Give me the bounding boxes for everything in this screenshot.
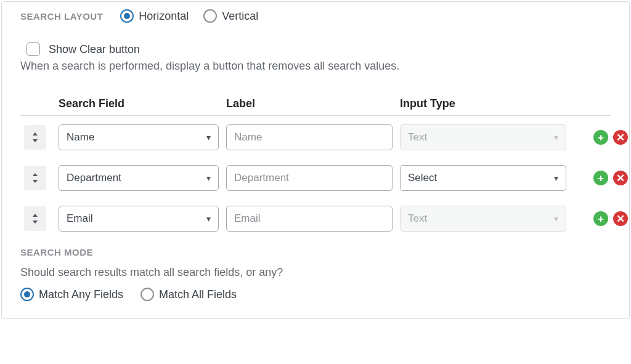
add-row-button[interactable]: + [593, 171, 608, 185]
radio-label: Horizontal [139, 10, 189, 23]
select-value: Text [408, 212, 427, 225]
search-field-select[interactable]: Name ▾ [59, 124, 219, 150]
th-search-field: Search Field [59, 97, 219, 110]
radio-icon [203, 9, 217, 23]
clear-button-section: Show Clear button When a search is perfo… [20, 42, 611, 73]
mode-radio-all[interactable]: Match All Fields [140, 288, 237, 301]
drag-handle[interactable] [24, 206, 46, 231]
label-input[interactable] [226, 124, 393, 150]
radio-label: Match Any Fields [39, 288, 123, 301]
remove-row-button[interactable]: ✕ [613, 130, 628, 145]
chevron-down-icon: ▾ [554, 132, 558, 142]
search-layout-row: Search Layout Horizontal Vertical [20, 7, 611, 25]
plus-icon: + [598, 214, 604, 224]
layout-radio-horizontal[interactable]: Horizontal [120, 9, 189, 23]
chevron-down-icon: ▾ [554, 214, 558, 224]
radio-label: Vertical [222, 10, 258, 23]
input-type-select: Text ▾ [400, 206, 566, 232]
mode-radio-any[interactable]: Match Any Fields [20, 288, 123, 301]
search-mode-radio-group: Match Any Fields Match All Fields [20, 288, 611, 301]
plus-icon: + [598, 173, 604, 184]
label-input-field[interactable] [234, 131, 385, 144]
table-header: Search Field Label Input Type [20, 97, 611, 116]
chevron-down-icon: ▾ [206, 132, 211, 142]
search-mode-label: Search Mode [20, 247, 93, 257]
radio-icon [140, 288, 154, 301]
add-row-button[interactable]: + [593, 211, 608, 226]
label-input-field[interactable] [234, 212, 385, 225]
remove-row-button[interactable]: ✕ [613, 171, 628, 185]
close-icon: ✕ [616, 173, 625, 184]
close-icon: ✕ [616, 214, 625, 224]
select-value: Department [67, 172, 121, 184]
sort-icon [31, 132, 39, 142]
sort-icon [31, 173, 39, 183]
close-icon: ✕ [616, 132, 625, 143]
table-row: Department ▾ Select ▾ + ✕ [20, 165, 611, 191]
radio-label: Match All Fields [159, 288, 237, 301]
search-field-select[interactable]: Department ▾ [59, 165, 219, 191]
chevron-down-icon: ▾ [206, 173, 211, 183]
search-layout-radio-group: Horizontal Vertical [120, 9, 258, 23]
show-clear-help: When a search is performed, display a bu… [20, 60, 611, 73]
row-actions: + ✕ [574, 130, 628, 145]
table-row: Name ▾ Text ▾ + ✕ [20, 124, 611, 150]
label-input[interactable] [226, 206, 393, 232]
search-layout-label: Search Layout [20, 11, 103, 22]
radio-icon [20, 288, 34, 301]
search-mode-section: Search Mode Should search results match … [20, 246, 611, 301]
select-value: Name [67, 131, 94, 144]
table-row: Email ▾ Text ▾ + ✕ [20, 206, 611, 232]
add-row-button[interactable]: + [593, 130, 608, 145]
label-input[interactable] [226, 165, 393, 191]
show-clear-checkbox-row: Show Clear button [26, 42, 611, 56]
search-mode-help: Should search results match all search f… [20, 266, 611, 279]
drag-handle[interactable] [24, 125, 46, 150]
plus-icon: + [598, 132, 604, 143]
select-value: Text [408, 131, 427, 144]
search-settings-panel: Search Layout Horizontal Vertical Show C… [1, 1, 630, 319]
row-actions: + ✕ [574, 171, 628, 185]
search-field-select[interactable]: Email ▾ [59, 206, 219, 232]
show-clear-checkbox[interactable] [26, 42, 40, 56]
label-input-field[interactable] [234, 172, 385, 184]
select-value: Email [67, 212, 93, 225]
show-clear-label: Show Clear button [49, 43, 140, 56]
sort-icon [31, 214, 39, 224]
select-value: Select [408, 172, 437, 184]
input-type-select: Text ▾ [400, 124, 566, 150]
search-fields-table: Search Field Label Input Type Name ▾ Tex… [20, 97, 611, 232]
th-label: Label [226, 97, 393, 110]
row-actions: + ✕ [574, 211, 628, 226]
drag-handle[interactable] [24, 166, 46, 190]
chevron-down-icon: ▾ [554, 173, 558, 183]
chevron-down-icon: ▾ [206, 214, 211, 224]
remove-row-button[interactable]: ✕ [613, 211, 628, 226]
th-input-type: Input Type [400, 97, 566, 110]
input-type-select[interactable]: Select ▾ [400, 165, 566, 191]
radio-icon [120, 9, 134, 23]
layout-radio-vertical[interactable]: Vertical [203, 9, 258, 23]
